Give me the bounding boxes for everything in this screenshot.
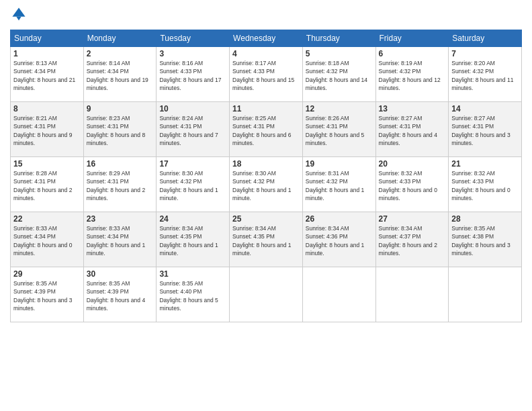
day-detail: Sunrise: 8:18 AMSunset: 4:32 PMDaylight:… (306, 59, 373, 92)
calendar-day-cell: 29Sunrise: 8:35 AMSunset: 4:39 PMDayligh… (11, 267, 84, 322)
day-number: 16 (87, 159, 154, 169)
calendar-day-cell: 22Sunrise: 8:33 AMSunset: 4:34 PMDayligh… (11, 212, 84, 267)
day-detail: Sunrise: 8:33 AMSunset: 4:34 PMDaylight:… (13, 224, 81, 257)
day-detail: Sunrise: 8:23 AMSunset: 4:31 PMDaylight:… (87, 114, 154, 147)
day-detail: Sunrise: 8:14 AMSunset: 4:34 PMDaylight:… (87, 59, 154, 92)
day-detail: Sunrise: 8:31 AMSunset: 4:32 PMDaylight:… (306, 169, 373, 202)
calendar-day-cell: 23Sunrise: 8:33 AMSunset: 4:34 PMDayligh… (83, 212, 157, 267)
day-number: 30 (87, 269, 154, 279)
day-number: 12 (306, 104, 373, 113)
calendar-day-cell: 1Sunrise: 8:13 AMSunset: 4:34 PMDaylight… (11, 47, 84, 102)
calendar-day-header: Friday (375, 30, 449, 47)
day-number: 23 (87, 214, 154, 224)
calendar-day-cell: 9Sunrise: 8:23 AMSunset: 4:31 PMDaylight… (83, 102, 157, 157)
calendar-day-header: Wednesday (230, 30, 303, 47)
day-detail: Sunrise: 8:29 AMSunset: 4:31 PMDaylight:… (87, 169, 154, 202)
logo (10, 7, 26, 24)
calendar-day-header: Monday (83, 30, 157, 47)
day-number: 6 (379, 49, 446, 58)
calendar-week-row: 22Sunrise: 8:33 AMSunset: 4:34 PMDayligh… (11, 212, 522, 267)
calendar-day-cell: 13Sunrise: 8:27 AMSunset: 4:31 PMDayligh… (375, 102, 449, 157)
day-detail: Sunrise: 8:21 AMSunset: 4:31 PMDaylight:… (13, 114, 81, 147)
svg-marker-0 (12, 7, 25, 16)
day-detail: Sunrise: 8:34 AMSunset: 4:37 PMDaylight:… (379, 224, 446, 257)
logo-icon (11, 7, 26, 21)
day-number: 26 (306, 214, 373, 224)
calendar: SundayMondayTuesdayWednesdayThursdayFrid… (10, 30, 522, 322)
day-detail: Sunrise: 8:35 AMSunset: 4:40 PMDaylight:… (159, 279, 226, 312)
calendar-day-cell: 17Sunrise: 8:30 AMSunset: 4:32 PMDayligh… (157, 157, 230, 212)
day-number: 31 (159, 269, 226, 279)
calendar-day-cell: 30Sunrise: 8:35 AMSunset: 4:39 PMDayligh… (83, 267, 157, 322)
calendar-day-cell (375, 267, 449, 322)
calendar-day-header: Thursday (302, 30, 375, 47)
day-number: 17 (159, 159, 226, 169)
calendar-day-header: Sunday (11, 30, 84, 47)
day-detail: Sunrise: 8:35 AMSunset: 4:39 PMDaylight:… (13, 279, 81, 312)
day-detail: Sunrise: 8:28 AMSunset: 4:31 PMDaylight:… (13, 169, 81, 202)
day-number: 19 (306, 159, 373, 169)
calendar-day-cell: 5Sunrise: 8:18 AMSunset: 4:32 PMDaylight… (302, 47, 375, 102)
day-detail: Sunrise: 8:30 AMSunset: 4:32 PMDaylight:… (159, 169, 226, 202)
day-number: 20 (379, 159, 446, 169)
day-number: 28 (451, 214, 519, 224)
day-number: 21 (451, 159, 519, 169)
calendar-day-cell: 28Sunrise: 8:35 AMSunset: 4:38 PMDayligh… (449, 212, 522, 267)
calendar-day-cell: 2Sunrise: 8:14 AMSunset: 4:34 PMDaylight… (83, 47, 157, 102)
day-number: 29 (13, 269, 81, 279)
day-number: 22 (13, 214, 81, 224)
day-detail: Sunrise: 8:35 AMSunset: 4:39 PMDaylight:… (87, 279, 154, 312)
day-detail: Sunrise: 8:27 AMSunset: 4:31 PMDaylight:… (451, 114, 519, 147)
calendar-day-cell: 18Sunrise: 8:30 AMSunset: 4:32 PMDayligh… (230, 157, 303, 212)
calendar-day-cell: 4Sunrise: 8:17 AMSunset: 4:33 PMDaylight… (230, 47, 303, 102)
day-number: 25 (232, 214, 300, 224)
calendar-day-cell: 11Sunrise: 8:25 AMSunset: 4:31 PMDayligh… (230, 102, 303, 157)
calendar-day-cell: 12Sunrise: 8:26 AMSunset: 4:31 PMDayligh… (302, 102, 375, 157)
day-detail: Sunrise: 8:24 AMSunset: 4:31 PMDaylight:… (159, 114, 226, 147)
header (10, 7, 522, 24)
day-detail: Sunrise: 8:17 AMSunset: 4:33 PMDaylight:… (232, 59, 300, 92)
calendar-day-cell: 7Sunrise: 8:20 AMSunset: 4:32 PMDaylight… (449, 47, 522, 102)
calendar-week-row: 8Sunrise: 8:21 AMSunset: 4:31 PMDaylight… (11, 102, 522, 157)
calendar-day-cell: 16Sunrise: 8:29 AMSunset: 4:31 PMDayligh… (83, 157, 157, 212)
calendar-day-cell: 6Sunrise: 8:19 AMSunset: 4:32 PMDaylight… (375, 47, 449, 102)
page-container: SundayMondayTuesdayWednesdayThursdayFrid… (0, 0, 532, 326)
day-number: 10 (159, 104, 226, 113)
calendar-day-cell (449, 267, 522, 322)
svg-marker-1 (16, 17, 21, 21)
calendar-day-cell: 20Sunrise: 8:32 AMSunset: 4:33 PMDayligh… (375, 157, 449, 212)
day-detail: Sunrise: 8:20 AMSunset: 4:32 PMDaylight:… (451, 59, 519, 92)
day-number: 18 (232, 159, 300, 169)
calendar-day-cell: 19Sunrise: 8:31 AMSunset: 4:32 PMDayligh… (302, 157, 375, 212)
calendar-day-cell: 3Sunrise: 8:16 AMSunset: 4:33 PMDaylight… (157, 47, 230, 102)
day-detail: Sunrise: 8:34 AMSunset: 4:36 PMDaylight:… (306, 224, 373, 257)
calendar-day-cell: 24Sunrise: 8:34 AMSunset: 4:35 PMDayligh… (157, 212, 230, 267)
day-number: 11 (232, 104, 300, 113)
day-detail: Sunrise: 8:35 AMSunset: 4:38 PMDaylight:… (451, 224, 519, 257)
calendar-day-cell: 10Sunrise: 8:24 AMSunset: 4:31 PMDayligh… (157, 102, 230, 157)
calendar-header-row: SundayMondayTuesdayWednesdayThursdayFrid… (11, 30, 522, 47)
day-detail: Sunrise: 8:25 AMSunset: 4:31 PMDaylight:… (232, 114, 300, 147)
day-detail: Sunrise: 8:26 AMSunset: 4:31 PMDaylight:… (306, 114, 373, 147)
day-detail: Sunrise: 8:32 AMSunset: 4:33 PMDaylight:… (379, 169, 446, 202)
day-detail: Sunrise: 8:33 AMSunset: 4:34 PMDaylight:… (87, 224, 154, 257)
calendar-day-cell: 31Sunrise: 8:35 AMSunset: 4:40 PMDayligh… (157, 267, 230, 322)
day-detail: Sunrise: 8:32 AMSunset: 4:33 PMDaylight:… (451, 169, 519, 202)
day-number: 7 (451, 49, 519, 58)
calendar-week-row: 29Sunrise: 8:35 AMSunset: 4:39 PMDayligh… (11, 267, 522, 322)
day-number: 8 (13, 104, 81, 113)
calendar-day-cell: 27Sunrise: 8:34 AMSunset: 4:37 PMDayligh… (375, 212, 449, 267)
day-number: 27 (379, 214, 446, 224)
day-detail: Sunrise: 8:13 AMSunset: 4:34 PMDaylight:… (13, 59, 81, 92)
day-detail: Sunrise: 8:34 AMSunset: 4:35 PMDaylight:… (159, 224, 226, 257)
calendar-day-cell: 8Sunrise: 8:21 AMSunset: 4:31 PMDaylight… (11, 102, 84, 157)
day-number: 13 (379, 104, 446, 113)
calendar-day-header: Saturday (449, 30, 522, 47)
day-number: 1 (13, 49, 81, 58)
day-detail: Sunrise: 8:30 AMSunset: 4:32 PMDaylight:… (232, 169, 300, 202)
day-number: 2 (87, 49, 154, 58)
calendar-day-cell (230, 267, 303, 322)
day-number: 3 (159, 49, 226, 58)
day-number: 9 (87, 104, 154, 113)
calendar-day-cell: 25Sunrise: 8:34 AMSunset: 4:35 PMDayligh… (230, 212, 303, 267)
